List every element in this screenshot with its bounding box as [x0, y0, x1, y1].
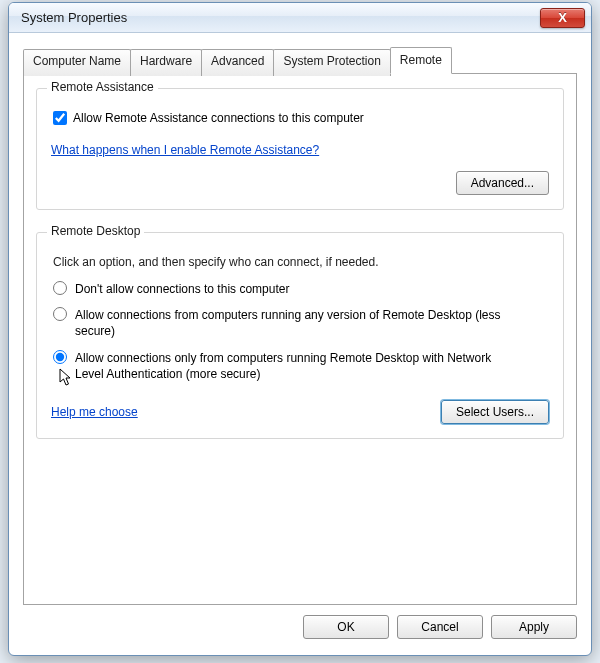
apply-button[interactable]: Apply — [491, 615, 577, 639]
client-area: Computer Name Hardware Advanced System P… — [9, 33, 591, 651]
select-users-button[interactable]: Select Users... — [441, 400, 549, 424]
rd-option-3-label: Allow connections only from computers ru… — [75, 350, 515, 382]
rd-option-1-row: Don't allow connections to this computer — [53, 281, 549, 297]
tab-computer-name[interactable]: Computer Name — [23, 49, 131, 76]
help-me-choose-link[interactable]: Help me choose — [51, 405, 138, 419]
dialog-footer: OK Cancel Apply — [23, 615, 577, 639]
remote-desktop-desc: Click an option, and then specify who ca… — [53, 255, 549, 269]
window-title: System Properties — [21, 10, 540, 25]
rd-option-1-label: Don't allow connections to this computer — [75, 281, 289, 297]
tab-remote[interactable]: Remote — [390, 47, 452, 74]
rd-option-1-radio[interactable] — [53, 281, 67, 295]
close-icon: X — [558, 11, 567, 24]
cursor-icon — [59, 368, 75, 388]
group-remote-desktop: Remote Desktop Click an option, and then… — [36, 232, 564, 439]
group-title-remote-assistance: Remote Assistance — [47, 80, 158, 94]
rd-option-2-row: Allow connections from computers running… — [53, 307, 549, 339]
allow-remote-assistance-checkbox[interactable] — [53, 111, 67, 125]
cancel-button[interactable]: Cancel — [397, 615, 483, 639]
group-remote-assistance: Remote Assistance Allow Remote Assistanc… — [36, 88, 564, 210]
rd-option-3-row: Allow connections only from computers ru… — [53, 350, 549, 382]
rd-option-2-radio[interactable] — [53, 307, 67, 321]
tab-system-protection[interactable]: System Protection — [273, 49, 390, 76]
remote-assistance-advanced-button[interactable]: Advanced... — [456, 171, 549, 195]
allow-remote-assistance-row: Allow Remote Assistance connections to t… — [53, 111, 549, 125]
tab-panel-remote: Remote Assistance Allow Remote Assistanc… — [23, 73, 577, 605]
tab-hardware[interactable]: Hardware — [130, 49, 202, 76]
group-title-remote-desktop: Remote Desktop — [47, 224, 144, 238]
rd-option-2-label: Allow connections from computers running… — [75, 307, 515, 339]
allow-remote-assistance-label: Allow Remote Assistance connections to t… — [73, 111, 364, 125]
rd-option-3-radio[interactable] — [53, 350, 67, 364]
remote-assistance-help-link[interactable]: What happens when I enable Remote Assist… — [51, 143, 319, 157]
close-button[interactable]: X — [540, 8, 585, 28]
ok-button[interactable]: OK — [303, 615, 389, 639]
tab-strip: Computer Name Hardware Advanced System P… — [23, 47, 577, 74]
system-properties-window: System Properties X Computer Name Hardwa… — [8, 2, 592, 656]
tab-advanced[interactable]: Advanced — [201, 49, 274, 76]
titlebar[interactable]: System Properties X — [9, 3, 591, 33]
